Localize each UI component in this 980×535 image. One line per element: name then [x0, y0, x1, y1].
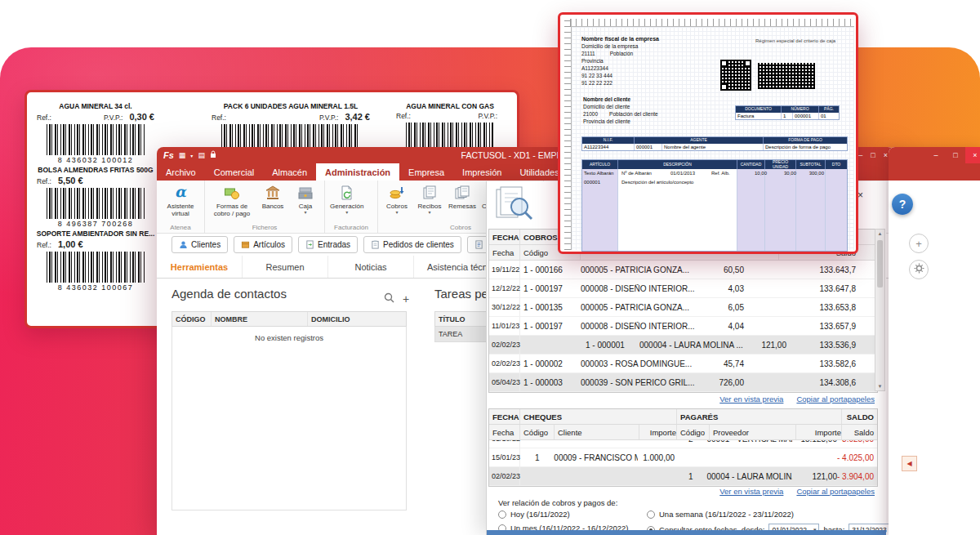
box-icon [241, 240, 250, 249]
ribbon-cobros[interactable]: Cobros [381, 181, 413, 224]
radio-icon[interactable] [647, 510, 655, 519]
close-button[interactable]: × [884, 151, 888, 159]
panel-close-button[interactable]: × [858, 189, 863, 201]
client-address: Domicilio del cliente [583, 103, 658, 110]
ribbon-group-label: Atenea [159, 224, 202, 233]
qr-code [720, 60, 751, 91]
minimize-button[interactable]: – [858, 151, 862, 159]
tab-noticias[interactable]: Noticias [328, 256, 414, 278]
pvp-label: P.V.P.: [479, 112, 497, 120]
tab-resumen[interactable]: Resumen [243, 256, 328, 278]
maximize-button[interactable]: □ [946, 147, 965, 163]
table-row[interactable]: 19/11/22 1 - 000166 000005 - PATRICIA GO… [489, 261, 877, 279]
menu-administracion[interactable]: Administración [316, 163, 399, 181]
tab-herramientas[interactable]: Herramientas [157, 256, 243, 278]
preview-link[interactable]: Ver en vista previa [719, 487, 783, 496]
cell-fecha: 02/02/23 [489, 467, 520, 485]
menu-empresa[interactable]: Empresa [399, 163, 453, 181]
ribbon-generacion[interactable]: Generación [327, 181, 366, 224]
ribbon-caja[interactable]: Caja [289, 181, 322, 224]
radio-una-semana[interactable]: Una semana (16/11/2022 - 23/11/2022) [647, 510, 794, 519]
table-row[interactable]: 11/01/23 1 - 000197 000008 - DISEÑO INTE… [489, 317, 877, 336]
menu-impresion[interactable]: Impresión [453, 163, 510, 181]
company-postal: 21111 [581, 50, 595, 57]
radio-hoy[interactable]: Hoy (16/11/2022) [498, 510, 570, 519]
company-phone: 91 22 22 222 [581, 79, 659, 87]
button-label: Entradas [318, 240, 350, 249]
scroll-up-icon[interactable]: ▲ [875, 231, 884, 236]
preview-link[interactable]: Ver en vista previa [719, 395, 783, 403]
scrollbar-thumb[interactable] [877, 240, 883, 288]
pvp-label: P.V.P.: [319, 114, 338, 122]
table-row[interactable]: 31/10/22 2 00001 - VERTICAL MADRID... 15… [489, 440, 877, 448]
radio-label: Hoy (16/11/2022) [510, 510, 570, 519]
cell-codigo: 1 - 000003 [520, 378, 581, 387]
table-scrollbar[interactable]: ▲ ▼ [875, 229, 885, 391]
collapse-chevron-icon[interactable]: ◀ [902, 456, 917, 471]
ref-label: Ref.: [37, 114, 51, 122]
client-postal: 21000 [583, 110, 598, 118]
barcode-number: 8 496387 700268 [33, 220, 158, 228]
entradas-button[interactable]: Entradas [298, 236, 358, 253]
ribbon-remesas[interactable]: Remesas [446, 181, 479, 224]
header-nif: N.I.F. [582, 137, 635, 144]
lock-icon[interactable] [210, 150, 216, 160]
button-label: Clientes [191, 240, 220, 249]
articulos-button[interactable]: Artículos [234, 236, 292, 253]
folder-icon[interactable]: ▤ [198, 151, 205, 159]
minimize-button[interactable]: – [926, 147, 946, 163]
maximize-button[interactable]: □ [871, 151, 875, 159]
scroll-down-icon[interactable]: ▼ [875, 384, 884, 389]
pvp-label: P.V.P.: [104, 114, 122, 122]
add-contact-icon[interactable]: + [403, 295, 409, 303]
header-pagares: PAGARÉS [677, 409, 842, 424]
table-row[interactable]: 12/12/22 1 - 000197 000008 - DISEÑO INTE… [489, 279, 877, 298]
column-nombre[interactable]: NOMBRE [212, 312, 308, 326]
menu-archivo[interactable]: Archivo [157, 163, 205, 181]
cell-saldo: - 4.025,00 [837, 453, 877, 462]
document-table: DOCUMENTO NÚMERO PÁG. Factura 1 000001 0… [735, 105, 840, 120]
company-town: Población [610, 50, 634, 57]
clientes-button[interactable]: Clientes [172, 236, 228, 253]
cell-saldo: - 3.025,00 [837, 440, 877, 444]
table-row[interactable]: 05/04/23 1 - 000003 000039 - SON PERICO … [489, 373, 877, 392]
radio-icon[interactable] [498, 510, 506, 519]
cell-codigo: 1 - 000197 [520, 284, 581, 293]
dropdown-arrow-icon[interactable]: ▾ [190, 153, 193, 158]
product-name: BOLSA ALMENDRAS FRITAS 500G [33, 166, 158, 174]
header-numero: NÚMERO [782, 106, 819, 113]
table-row[interactable]: 02/02/23 1 00004 - LAURA MOLINA R... 121… [489, 467, 877, 486]
ribbon-asistente-virtual[interactable]: α Asistente virtual [159, 181, 202, 224]
save-icon[interactable]: ▦ [179, 151, 186, 159]
header-descripcion: DESCRIPCIÓN [618, 160, 737, 169]
close-button[interactable]: × [965, 147, 980, 163]
ribbon-bancos[interactable]: Bancos [256, 181, 289, 224]
table-row[interactable]: 02/02/23 1 - 000002 000003 - ROSA DOMING… [489, 354, 877, 373]
company-address: Domicilio de la empresa [581, 42, 659, 50]
cell-cliente: 000039 - SON PERICO GRIL... [581, 378, 700, 387]
column-domicilio[interactable]: DOMICILIO [308, 312, 406, 326]
ribbon-formas-cobro-pago[interactable]: Formas de cobro / pago [207, 181, 256, 224]
header-documento: DOCUMENTO [736, 106, 782, 113]
barcode-number: 8 436032 100012 [33, 156, 158, 164]
table-row[interactable]: 30/12/22 1 - 000135 000005 - PATRICIA GO… [489, 298, 877, 317]
product-name: AGUA MINERAL CON GAS [393, 102, 507, 110]
table-row-pago[interactable]: 02/02/23 1 - 000001 000004 - LAURA MOLIN… [489, 336, 877, 354]
cell-codigo: 1 - 000001 [582, 341, 639, 350]
menu-almacen[interactable]: Almacén [263, 163, 316, 181]
copy-link[interactable]: Copiar al portapapeles [796, 395, 875, 403]
pedidos-clientes-button[interactable]: Pedidos de clientes [363, 236, 461, 253]
copy-link[interactable]: Copiar al portapapeles [796, 487, 875, 496]
help-button[interactable]: ? [892, 194, 913, 215]
cell-cliente: 000003 - ROSA DOMINGUE... [581, 359, 700, 368]
column-codigo[interactable]: CÓDIGO [172, 312, 212, 326]
gear-icon [914, 263, 924, 276]
menu-comercial[interactable]: Comercial [205, 163, 264, 181]
add-button[interactable]: + [909, 234, 929, 253]
agenda-table: CÓDIGO NOMBRE DOMICILIO No existen regis… [172, 311, 407, 510]
cell-fecha: 19/11/22 [489, 261, 520, 279]
ribbon-recibos[interactable]: Recibos [413, 181, 446, 224]
table-row[interactable]: 15/01/23 1 00009 - FRANCISCO MORA... 1.0… [489, 448, 877, 467]
settings-button[interactable] [909, 260, 929, 279]
search-icon[interactable] [384, 292, 394, 306]
